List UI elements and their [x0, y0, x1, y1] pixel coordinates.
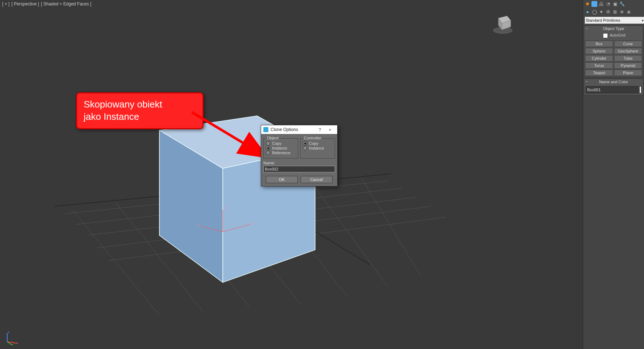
- cone-button[interactable]: Cone: [614, 41, 642, 47]
- dialog-app-icon: [263, 127, 268, 132]
- command-panel-tabs: ✺ 品 ◔ ▣ 🔧: [583, 0, 644, 8]
- clone-name-input[interactable]: [263, 166, 335, 172]
- object-name-input[interactable]: [586, 86, 639, 93]
- radio-icon: [303, 141, 307, 146]
- radio-label: Reference: [272, 151, 290, 155]
- rollout-collapse-icon[interactable]: –: [586, 26, 588, 30]
- svg-line-0: [65, 181, 388, 214]
- radio-icon: [303, 146, 307, 150]
- radio-label: Copy: [309, 141, 318, 146]
- sphere-button[interactable]: Sphere: [585, 48, 613, 54]
- svg-text:z: z: [8, 331, 9, 334]
- viewport-label-plus[interactable]: [ + ]: [2, 1, 9, 7]
- world-axis-gizmo: z x y: [4, 331, 18, 345]
- annotation-line2: jako Instance: [84, 111, 196, 123]
- group-object-title: Object: [266, 136, 280, 140]
- group-controller: Controller Copy Instance: [300, 138, 335, 159]
- axis-y-label: y: [197, 223, 199, 227]
- axis-x-label: x: [252, 221, 254, 225]
- helpers-icon[interactable]: ⊞: [612, 9, 618, 15]
- name-label: Name:: [263, 161, 335, 165]
- svg-marker-15: [159, 130, 223, 282]
- viewport-label-shading[interactable]: [ Shaded + Edged Faces ]: [41, 1, 91, 7]
- radio-icon: [266, 151, 270, 155]
- radio-label: Instance: [272, 146, 287, 150]
- radio-icon: [266, 141, 270, 146]
- pyramid-button[interactable]: Pyramid: [614, 62, 642, 69]
- command-panel: ✺ 品 ◔ ▣ 🔧 ● ◯ ✦ ✇ ⊞ ≋ ≣ Standard Primiti…: [583, 0, 644, 349]
- rollout-name-and-color: – Name and Color: [584, 79, 643, 95]
- hierarchy-tab-icon[interactable]: 品: [598, 1, 604, 7]
- spacewarps-icon[interactable]: ≋: [619, 9, 625, 15]
- radio-controller-copy[interactable]: Copy: [303, 141, 333, 146]
- cameras-icon[interactable]: ✇: [605, 9, 611, 15]
- radio-object-instance[interactable]: Instance: [266, 146, 296, 150]
- rollout-title[interactable]: – Object Type: [584, 26, 643, 31]
- radio-object-reference[interactable]: Reference: [266, 151, 296, 155]
- viewport-label[interactable]: [ + ] [ Perspective ] [ Shaded + Edged F…: [2, 1, 92, 7]
- radio-label: Copy: [272, 141, 281, 146]
- radio-label: Instance: [309, 146, 324, 150]
- cancel-button[interactable]: Cancel: [301, 176, 333, 183]
- autogrid-label: AutoGrid: [610, 33, 626, 37]
- rollout-object-type: – Object Type AutoGrid Box Cone Sphere G…: [584, 25, 643, 77]
- svg-line-12: [54, 174, 391, 206]
- svg-line-18: [201, 226, 223, 232]
- box-button[interactable]: Box: [585, 41, 613, 47]
- svg-line-17: [223, 224, 250, 232]
- viewcube[interactable]: [491, 11, 514, 34]
- autogrid-checkbox[interactable]: [603, 33, 608, 38]
- dialog-body: Object Copy Instance Reference Controlle…: [261, 134, 337, 186]
- clone-options-dialog: Clone Options ? × Object Copy Instance R…: [261, 125, 338, 186]
- create-subtabs: ● ◯ ✦ ✇ ⊞ ≋ ≣: [583, 8, 644, 16]
- utilities-tab-icon[interactable]: 🔧: [619, 1, 625, 7]
- dialog-titlebar[interactable]: Clone Options ? ×: [261, 125, 337, 134]
- geosphere-button[interactable]: GeoSphere: [614, 48, 642, 54]
- shapes-icon[interactable]: ◯: [591, 9, 597, 15]
- primitive-button-grid: Box Cone Sphere GeoSphere Cylinder Tube …: [584, 40, 643, 77]
- svg-text:y: y: [12, 343, 13, 345]
- svg-line-7: [163, 197, 250, 308]
- autogrid-row[interactable]: AutoGrid: [584, 31, 643, 40]
- svg-line-1: [76, 188, 402, 224]
- motion-tab-icon[interactable]: ◔: [605, 1, 611, 7]
- svg-line-9: [261, 188, 348, 297]
- annotation-callout: Skopiowany obiekt jako Instance: [76, 92, 204, 129]
- rollout-collapse-icon[interactable]: –: [586, 79, 588, 83]
- display-tab-icon[interactable]: ▣: [612, 1, 618, 7]
- group-object: Object Copy Instance Reference: [263, 138, 298, 159]
- rollout-title-text: Name and Color: [599, 80, 628, 84]
- cylinder-button[interactable]: Cylinder: [585, 55, 613, 62]
- axis-z-label: z: [224, 206, 226, 210]
- primitive-category-dropdown[interactable]: Standard Primitives: [585, 17, 644, 24]
- svg-line-4: [109, 217, 446, 261]
- tube-button[interactable]: Tube: [614, 55, 642, 62]
- dialog-close-button[interactable]: ×: [325, 127, 335, 133]
- geometry-icon[interactable]: ●: [585, 9, 590, 15]
- svg-line-11: [362, 179, 420, 275]
- radio-controller-instance[interactable]: Instance: [303, 146, 333, 150]
- svg-line-2: [87, 197, 417, 235]
- ok-button[interactable]: OK: [266, 176, 298, 183]
- svg-text:x: x: [17, 341, 18, 345]
- svg-line-6: [116, 203, 203, 311]
- rollout-title[interactable]: – Name and Color: [584, 79, 643, 85]
- dialog-help-button[interactable]: ?: [315, 127, 325, 133]
- plane-button[interactable]: Plane: [614, 70, 642, 76]
- systems-icon[interactable]: ≣: [626, 9, 632, 15]
- svg-line-5: [72, 210, 159, 315]
- create-tab-icon[interactable]: [591, 1, 597, 7]
- radio-object-copy[interactable]: Copy: [266, 141, 296, 146]
- lights-icon[interactable]: ✦: [598, 9, 604, 15]
- object-color-swatch[interactable]: [639, 86, 641, 93]
- sun-icon[interactable]: ✺: [585, 1, 590, 7]
- svg-line-10: [311, 183, 388, 286]
- teapot-button[interactable]: Teapot: [585, 70, 613, 76]
- group-controller-title: Controller: [303, 136, 322, 140]
- svg-line-8: [210, 192, 301, 304]
- viewport-label-view[interactable]: [ Perspective ]: [12, 1, 39, 7]
- radio-icon: [266, 146, 270, 150]
- torus-button[interactable]: Torus: [585, 62, 613, 69]
- rollout-title-text: Object Type: [603, 26, 624, 31]
- svg-line-13: [232, 181, 369, 264]
